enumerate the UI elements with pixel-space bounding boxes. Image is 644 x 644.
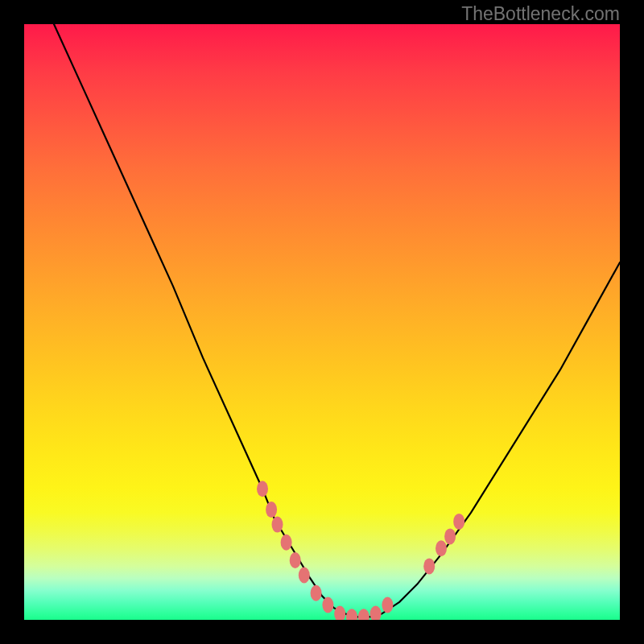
marker-dot xyxy=(370,606,382,620)
bottleneck-curve xyxy=(54,24,620,617)
marker-dot xyxy=(257,481,268,497)
marker-dot xyxy=(346,609,357,620)
marker-dot xyxy=(334,606,345,620)
attribution-text: TheBottleneck.com xyxy=(461,3,620,25)
marker-dot xyxy=(299,568,310,584)
marker-dot xyxy=(281,535,292,551)
marker-dot xyxy=(453,514,464,530)
marker-dot xyxy=(444,528,456,544)
plot-area xyxy=(24,24,620,620)
marker-dot xyxy=(436,540,447,556)
marker-dot xyxy=(311,585,322,601)
curve-markers xyxy=(257,481,464,620)
marker-dot xyxy=(358,609,369,620)
marker-dot xyxy=(266,502,277,518)
chart-container: TheBottleneck.com xyxy=(0,0,644,644)
marker-dot xyxy=(423,558,435,574)
marker-dot xyxy=(272,517,283,533)
marker-dot xyxy=(290,552,301,568)
curve-svg xyxy=(24,24,620,620)
marker-dot xyxy=(322,597,333,613)
marker-dot xyxy=(382,597,393,613)
